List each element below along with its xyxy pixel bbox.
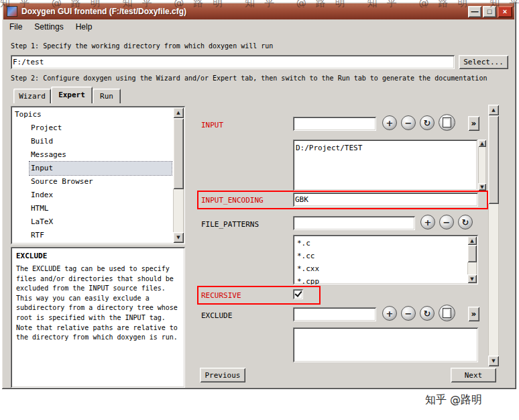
step2-label: Step 2: Configure doxygen using the Wiza… [11, 74, 487, 83]
step1-label: Step 1: Specify the working directory fr… [11, 42, 273, 50]
exclude-add-field[interactable] [293, 307, 376, 321]
input-add-button[interactable]: + [382, 115, 397, 130]
scrollbar-thumb[interactable] [173, 118, 184, 189]
select-directory-button[interactable]: Select... [459, 55, 508, 69]
pattern-item[interactable]: *.cc [296, 250, 466, 262]
window-title: Doxygen GUI frontend (F:/test/Doxyfile.c… [21, 7, 467, 16]
exclude-remove-button[interactable]: − [401, 306, 416, 321]
file-icon [443, 117, 451, 127]
menu-help[interactable]: Help [70, 20, 99, 34]
scroll-up-icon[interactable]: ▲ [478, 140, 486, 147]
input-list-scrollbar[interactable]: ▲ ▼ [478, 140, 486, 191]
input-more-button[interactable]: » [468, 116, 479, 131]
topic-messages[interactable]: Messages [30, 148, 172, 162]
doxygen-app-icon [7, 6, 17, 17]
pattern-item[interactable]: *.cpp [296, 275, 466, 284]
maximize-button[interactable]: □ [483, 6, 496, 17]
bottom-watermark: 知乎 @路明 [425, 393, 482, 407]
previous-button[interactable]: Previous [200, 368, 245, 382]
help-panel: EXCLUDE The EXCLUDE tag can be used to s… [11, 247, 185, 388]
topics-scrollbar[interactable]: ▲ ▼ [173, 107, 184, 243]
topic-html[interactable]: HTML [30, 202, 172, 215]
scroll-down-icon[interactable]: ▼ [467, 274, 477, 283]
exclude-add-button[interactable]: + [382, 306, 397, 321]
input-encoding-field[interactable] [293, 193, 478, 207]
file-patterns-add-field[interactable] [293, 216, 415, 230]
help-body: The EXCLUDE tag can be used to specify f… [16, 264, 180, 343]
recursive-label: RECURSIVE [201, 291, 241, 300]
scroll-up-icon[interactable]: ▲ [173, 107, 184, 118]
tab-run[interactable]: Run [93, 89, 121, 103]
scroll-up-icon[interactable]: ▲ [488, 105, 499, 115]
input-encoding-label: INPUT_ENCODING [201, 196, 264, 205]
scrollbar-thumb[interactable] [467, 245, 477, 262]
file-patterns-list[interactable]: *.c *.cc *.cxx *.cpp ▲ ▼ [293, 235, 478, 284]
exclude-browse-button[interactable] [439, 305, 455, 321]
menu-file[interactable]: File [3, 20, 28, 34]
scrollbar-thumb[interactable] [488, 115, 499, 204]
form-scrollbar[interactable]: ▲ ▼ [488, 105, 499, 366]
topic-latex[interactable]: LaTeX [30, 215, 172, 229]
input-label: INPUT [201, 121, 223, 129]
scroll-down-icon[interactable]: ▼ [488, 356, 499, 366]
topic-build[interactable]: Build [30, 135, 172, 148]
topics-header: Topics [13, 108, 172, 121]
pattern-item[interactable]: *.cxx [296, 262, 466, 275]
input-list[interactable]: D:/Project/TEST [293, 140, 477, 191]
exclude-update-button[interactable]: ↻ [420, 306, 435, 321]
minimize-button[interactable]: — [468, 6, 481, 17]
input-add-field[interactable] [293, 117, 376, 131]
tab-wizard[interactable]: Wizard [13, 89, 51, 103]
file-patterns-update-button[interactable]: ↻ [458, 215, 473, 229]
file-patterns-remove-button[interactable]: − [439, 215, 454, 229]
input-update-button[interactable]: ↻ [420, 115, 435, 130]
working-directory-input[interactable] [11, 55, 455, 69]
topic-input[interactable]: Input [30, 162, 172, 175]
input-browse-button[interactable] [439, 114, 455, 131]
titlebar[interactable]: Doxygen GUI frontend (F:/test/Doxyfile.c… [3, 3, 514, 19]
exclude-more-button[interactable]: » [468, 307, 479, 321]
file-patterns-label: FILE_PATTERNS [201, 220, 259, 229]
pattern-item[interactable]: *.c [296, 237, 466, 250]
exclude-label: EXCLUDE [201, 311, 232, 320]
topic-index[interactable]: Index [30, 189, 172, 202]
scroll-up-icon[interactable]: ▲ [467, 236, 477, 245]
input-remove-button[interactable]: − [401, 115, 416, 130]
input-list-item[interactable]: D:/Project/TEST [293, 142, 477, 154]
menubar: File Settings Help [3, 19, 514, 34]
topic-project[interactable]: Project [30, 121, 172, 135]
file-icon [443, 308, 451, 318]
file-patterns-scrollbar[interactable]: ▲ ▼ [467, 236, 477, 283]
topic-source-browser[interactable]: Source Browser [30, 175, 172, 189]
tab-expert[interactable]: Expert [51, 87, 93, 103]
help-title: EXCLUDE [16, 252, 47, 260]
file-patterns-add-button[interactable]: + [420, 215, 435, 229]
close-button[interactable]: × [498, 6, 512, 17]
exclude-list[interactable] [293, 327, 478, 362]
topics-panel: Topics Project Build Messages Input Sour… [11, 106, 185, 244]
topic-rtf[interactable]: RTF [30, 229, 172, 242]
next-button[interactable]: Next [451, 368, 496, 382]
recursive-checkbox[interactable] [293, 289, 303, 299]
menu-settings[interactable]: Settings [28, 20, 69, 34]
app-window: Doxygen GUI frontend (F:/test/Doxyfile.c… [1, 1, 516, 389]
scroll-down-icon[interactable]: ▼ [478, 183, 486, 191]
scroll-down-icon[interactable]: ▼ [173, 232, 184, 243]
checkmark-icon [294, 289, 302, 297]
